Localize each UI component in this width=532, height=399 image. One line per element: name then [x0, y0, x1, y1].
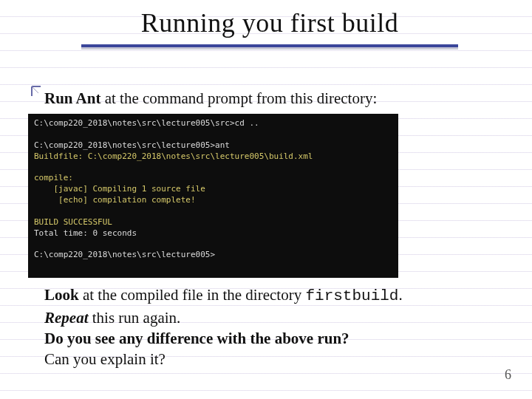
look-dirname: firstbuild: [305, 287, 398, 304]
term-line: [echo] compilation complete!: [34, 195, 196, 205]
question-difference: Do you see any difference with the above…: [44, 329, 502, 348]
look-bold: Look: [44, 286, 79, 304]
term-line: [javac] Compiling 1 source file: [34, 184, 205, 194]
term-line: C:\comp220_2018\notes\src\lecture005>: [34, 250, 215, 259]
term-line: C:\comp220_2018\notes\src\lecture005>ant: [34, 140, 230, 150]
term-line: Total time: 0 seconds: [34, 228, 137, 238]
bullet-corner-icon: [30, 84, 46, 100]
instruction-run-ant: Run Ant at the command prompt from this …: [44, 89, 502, 108]
repeat-label: Repeat: [44, 309, 88, 327]
term-line: compile:: [34, 173, 73, 183]
instruction-repeat: Repeat this run again.: [44, 308, 502, 327]
term-line: Buildfile: C:\comp220_2018\notes\src\lec…: [34, 151, 313, 161]
repeat-text: this run again.: [88, 309, 180, 327]
run-ant-text: at the command prompt from this director…: [100, 89, 377, 107]
title-underline: [81, 44, 458, 47]
slide-body: Run Ant at the command prompt from this …: [44, 89, 502, 369]
look-text: at the compiled file in the directory: [79, 286, 306, 304]
term-line: C:\comp220_2018\notes\src\lecture005\src…: [34, 118, 259, 128]
term-line: BUILD SUCCESSFUL: [34, 217, 112, 227]
instruction-look: Look at the compiled file in the directo…: [44, 285, 502, 306]
page-number: 6: [505, 367, 511, 383]
slide-title: Running you first build: [81, 7, 458, 38]
terminal-output: C:\comp220_2018\notes\src\lecture005\src…: [28, 114, 398, 278]
question-explain: Can you explain it?: [44, 349, 502, 369]
run-ant-bold: Run Ant: [44, 89, 100, 107]
look-period: .: [398, 286, 402, 304]
